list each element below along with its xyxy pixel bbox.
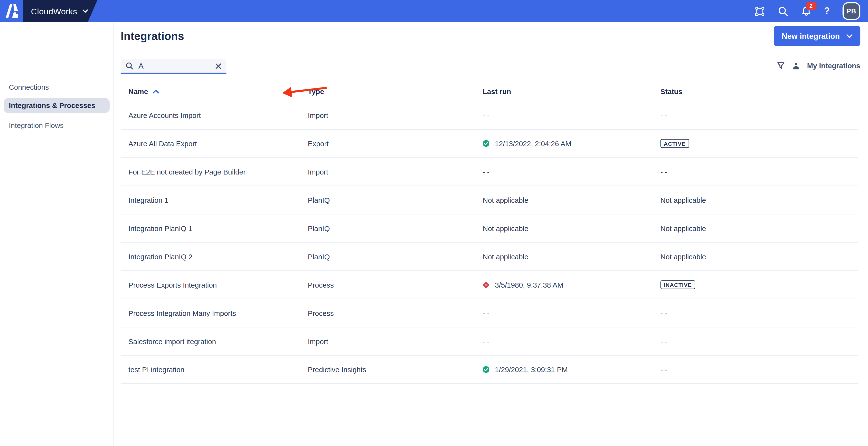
app-window: CloudWorks bbox=[0, 0, 868, 446]
run-error-icon bbox=[483, 281, 489, 288]
cell-status-text: - - bbox=[660, 111, 667, 119]
status-badge: INACTIVE bbox=[660, 280, 695, 289]
cell-name-text: test PI integration bbox=[121, 365, 308, 374]
cell-lastrun-text: - - bbox=[483, 111, 490, 119]
table-row[interactable]: Integration 1 PlanIQ Not applicable Not … bbox=[121, 186, 858, 214]
table-row[interactable]: Azure Accounts Import Import - - - - bbox=[121, 101, 858, 130]
cell-type-text: Import bbox=[308, 168, 483, 176]
cell-lastrun-text: 12/13/2022, 2:04:26 AM bbox=[495, 140, 571, 148]
clear-search-icon[interactable] bbox=[215, 63, 221, 69]
new-integration-label: New integration bbox=[781, 32, 840, 40]
help-icon[interactable]: ? bbox=[824, 6, 830, 17]
cell-type-text: Import bbox=[308, 111, 483, 119]
chevron-down-icon bbox=[83, 9, 88, 13]
cell-type-text: Process bbox=[308, 280, 483, 289]
cell-type-text: PlanIQ bbox=[308, 224, 483, 232]
cell-type-text: Export bbox=[308, 140, 483, 148]
my-integrations-toggle[interactable]: My Integrations bbox=[807, 61, 860, 70]
column-header-last-run[interactable]: Last run bbox=[483, 87, 660, 95]
search-icon[interactable] bbox=[778, 6, 788, 16]
cell-lastrun-text: 1/29/2021, 3:09:31 PM bbox=[495, 365, 568, 374]
cell-status-text: - - bbox=[660, 337, 667, 345]
cell-status-text: - - bbox=[660, 168, 667, 176]
cell-lastrun-text: 3/5/1980, 9:37:38 AM bbox=[495, 280, 563, 289]
table-header: Name Type Last run Status bbox=[121, 82, 858, 101]
cell-type-text: PlanIQ bbox=[308, 252, 483, 261]
column-header-name[interactable]: Name bbox=[121, 87, 308, 95]
notification-badge: 2 bbox=[806, 2, 816, 10]
cell-type-text: PlanIQ bbox=[308, 196, 483, 204]
table-body: Azure Accounts Import Import - - - - Azu… bbox=[121, 101, 858, 384]
cell-type-text: Predictive Insights bbox=[308, 365, 483, 374]
table-row[interactable]: Azure All Data Export Export 12/13/2022,… bbox=[121, 130, 858, 158]
run-success-icon bbox=[483, 366, 489, 373]
column-header-type[interactable]: Type bbox=[308, 87, 483, 95]
chevron-down-icon bbox=[846, 34, 852, 38]
cell-lastrun-text: Not applicable bbox=[483, 252, 528, 261]
table-row[interactable]: For E2E not created by Page Builder Impo… bbox=[121, 158, 858, 186]
sidebar-item-integrations-processes[interactable]: Integrations & Processes bbox=[4, 98, 110, 113]
search-box[interactable] bbox=[121, 59, 226, 74]
cell-status-text: Not applicable bbox=[660, 252, 706, 261]
sort-ascending-icon[interactable] bbox=[152, 89, 160, 94]
table-row[interactable]: Process Exports Integration Process 3/5/… bbox=[121, 271, 858, 299]
table-row[interactable]: test PI integration Predictive Insights … bbox=[121, 356, 858, 384]
cell-name-text: Integration PlanIQ 1 bbox=[121, 224, 308, 232]
integrations-table: Name Type Last run Status Azure Accounts… bbox=[121, 82, 858, 384]
column-header-status[interactable]: Status bbox=[660, 87, 858, 95]
cell-name-text: Process Exports Integration bbox=[121, 280, 308, 289]
view-controls: My Integrations bbox=[777, 61, 860, 70]
person-icon[interactable] bbox=[792, 62, 800, 69]
filter-row: My Integrations bbox=[121, 59, 861, 76]
cell-lastrun-text: - - bbox=[483, 337, 490, 345]
table-row[interactable]: Process Integration Many Imports Process… bbox=[121, 299, 858, 327]
cell-status-text: Not applicable bbox=[660, 224, 706, 232]
top-bar: CloudWorks bbox=[0, 0, 868, 22]
status-badge: ACTIVE bbox=[660, 139, 689, 148]
notifications-bell-icon[interactable]: 2 bbox=[801, 6, 811, 17]
table-row[interactable]: Salesforce import itegration Import - - … bbox=[121, 327, 858, 356]
cell-type-text: Process bbox=[308, 309, 483, 317]
cell-name-text: Process Integration Many Imports bbox=[121, 309, 308, 317]
column-header-name-label: Name bbox=[128, 87, 148, 95]
sidebar-item-integration-flows[interactable]: Integration Flows bbox=[0, 117, 114, 134]
sidebar-item-connections[interactable]: Connections bbox=[0, 79, 114, 96]
cell-name-text: Integration PlanIQ 2 bbox=[121, 252, 308, 261]
cell-status-text: - - bbox=[660, 365, 667, 374]
apps-icon[interactable] bbox=[754, 6, 765, 16]
cell-status-text: Not applicable bbox=[660, 196, 706, 204]
main-content: Integrations New integration bbox=[114, 22, 868, 446]
anaplan-logo-icon bbox=[5, 4, 18, 18]
product-switcher[interactable]: CloudWorks bbox=[23, 0, 97, 22]
cell-lastrun-text: Not applicable bbox=[483, 196, 528, 204]
table-row[interactable]: Integration PlanIQ 2 PlanIQ Not applicab… bbox=[121, 243, 858, 271]
cell-name-text: Azure All Data Export bbox=[121, 140, 308, 148]
product-name: CloudWorks bbox=[31, 6, 77, 16]
cell-lastrun-text: - - bbox=[483, 309, 490, 317]
cell-name-text: Azure Accounts Import bbox=[121, 111, 308, 119]
cell-type-text: Import bbox=[308, 337, 483, 345]
topbar-actions: 2 ? PB bbox=[754, 0, 860, 22]
filter-funnel-icon[interactable] bbox=[777, 61, 785, 70]
table-row[interactable]: Integration PlanIQ 1 PlanIQ Not applicab… bbox=[121, 214, 858, 243]
new-integration-button[interactable]: New integration bbox=[774, 26, 861, 46]
search-input[interactable] bbox=[137, 61, 212, 71]
cell-name-text: Integration 1 bbox=[121, 196, 308, 204]
sidebar: Connections Integrations & Processes Int… bbox=[0, 22, 114, 446]
cell-name-text: For E2E not created by Page Builder bbox=[121, 168, 308, 176]
page-title: Integrations bbox=[121, 30, 184, 43]
cell-status-text: - - bbox=[660, 309, 667, 317]
anaplan-logo[interactable] bbox=[0, 0, 23, 22]
avatar[interactable]: PB bbox=[843, 2, 861, 20]
run-success-icon bbox=[483, 140, 489, 147]
search-icon bbox=[126, 62, 133, 70]
cell-lastrun-text: - - bbox=[483, 168, 490, 176]
cell-lastrun-text: Not applicable bbox=[483, 224, 528, 232]
cell-name-text: Salesforce import itegration bbox=[121, 337, 308, 345]
